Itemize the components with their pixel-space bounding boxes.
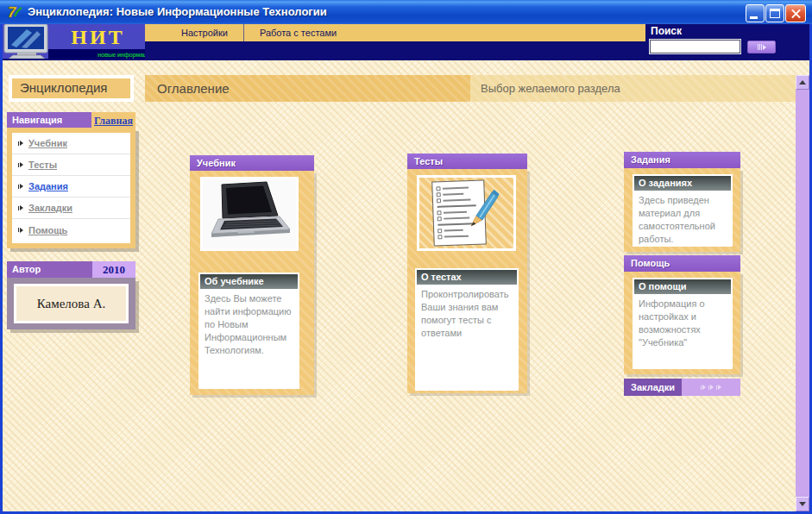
menu-bar: Настройки Работа с тестами bbox=[145, 24, 645, 41]
bookmarks-bar[interactable]: Закладки bbox=[624, 379, 740, 396]
bullet-forward-icon bbox=[18, 228, 23, 233]
bullet-forward-icon bbox=[18, 205, 23, 210]
menu-item-tests[interactable]: Работа с тестами bbox=[243, 24, 352, 41]
maximize-button[interactable] bbox=[765, 4, 784, 22]
scroll-up-button[interactable] bbox=[796, 75, 809, 90]
info-title: Об учебнике bbox=[200, 274, 298, 289]
title-bar[interactable]: 7 Энциклопедия: Новые Информационные Тех… bbox=[0, 0, 812, 24]
bullet-forward-icon bbox=[18, 162, 23, 167]
page-title: Оглавление bbox=[145, 75, 470, 102]
bullet-forward-icon bbox=[18, 141, 23, 146]
card-pomosch-header[interactable]: Помощь bbox=[624, 255, 740, 272]
logo-subtitle-strip: новые информационные технологии bbox=[48, 49, 145, 59]
checklist-image bbox=[417, 175, 516, 251]
card-testy: О тестах Проконтролировать Ваши знания в… bbox=[407, 169, 527, 393]
monitor-icon bbox=[3, 24, 51, 59]
info-title: О тестах bbox=[417, 270, 517, 285]
search-input[interactable] bbox=[650, 40, 740, 53]
app-logo: новые информационные технологии НИТ bbox=[3, 24, 145, 59]
author-label: Автор bbox=[7, 261, 92, 278]
card-pomosch: О помощи Информация о настройках и возмо… bbox=[624, 272, 740, 374]
card-uchebnik: Об учебнике Здесь Вы можете найти информ… bbox=[190, 171, 314, 395]
nav-menu: Учебник Тесты Задания Закладки Помощь bbox=[12, 133, 130, 243]
logo-title: НИТ bbox=[51, 26, 145, 49]
vertical-scrollbar[interactable] bbox=[796, 75, 809, 511]
sidebar-item-pomosch[interactable]: Помощь bbox=[12, 219, 130, 241]
card-pomosch-info: О помощи Информация о настройках и возмо… bbox=[633, 278, 733, 369]
bullet-forward-icon bbox=[18, 184, 23, 189]
card-uchebnik-info: Об учебнике Здесь Вы можете найти информ… bbox=[198, 273, 299, 389]
maximize-icon bbox=[770, 9, 780, 18]
sidebar-item-uchebnik[interactable]: Учебник bbox=[12, 133, 130, 154]
info-text: Здесь Вы можете найти информацию по Новы… bbox=[200, 289, 298, 360]
info-text: Здесь приведен материал для самостоятель… bbox=[634, 191, 731, 249]
nav-header-label: Навигация bbox=[7, 112, 91, 128]
sidebar-item-zakladki[interactable]: Закладки bbox=[12, 197, 130, 219]
author-header: Автор 2010 bbox=[7, 261, 135, 278]
home-link[interactable]: Главная bbox=[94, 115, 133, 127]
menu-item-settings[interactable]: Настройки bbox=[166, 24, 243, 41]
author-box: Камелова А. bbox=[7, 278, 135, 329]
info-title: О заданиях bbox=[634, 176, 731, 191]
sidebar-item-testy[interactable]: Тесты bbox=[12, 154, 130, 176]
svg-text:7: 7 bbox=[8, 4, 17, 21]
bookmarks-more-button[interactable] bbox=[682, 379, 740, 396]
arrow-down-icon bbox=[799, 502, 806, 506]
forward-icon bbox=[701, 385, 706, 390]
close-icon bbox=[790, 8, 802, 19]
info-title: О помощи bbox=[634, 279, 731, 294]
card-testy-header[interactable]: Тесты bbox=[407, 154, 527, 169]
window-border bbox=[0, 24, 3, 514]
forward-icon bbox=[716, 385, 721, 390]
bookmarks-label: Закладки bbox=[624, 379, 682, 396]
menu-underband bbox=[145, 41, 645, 59]
search-panel: Поиск bbox=[645, 24, 809, 59]
arrow-up-icon bbox=[799, 80, 806, 85]
minimize-icon bbox=[750, 16, 758, 19]
sidebar-title-box: Энциклопедия bbox=[9, 75, 134, 102]
laptop-image bbox=[200, 177, 299, 251]
close-button[interactable] bbox=[785, 4, 806, 22]
app-icon: 7 bbox=[6, 3, 23, 21]
minimize-button[interactable] bbox=[746, 4, 765, 22]
card-uchebnik-header[interactable]: Учебник bbox=[190, 155, 314, 171]
checklist-pen-icon bbox=[419, 178, 513, 248]
author-name: Камелова А. bbox=[14, 284, 129, 323]
card-zadaniya-info: О заданиях Здесь приведен материал для с… bbox=[633, 174, 733, 247]
search-go-icon bbox=[758, 44, 766, 50]
forward-icon bbox=[708, 385, 714, 390]
nav-menu-box: Учебник Тесты Задания Закладки Помощь bbox=[7, 128, 135, 248]
page-subtitle: Выбор желаемого раздела bbox=[470, 75, 796, 102]
info-text: Информация о настройках и возможностях "… bbox=[634, 294, 731, 353]
logo-subtitle: новые информационные технологии bbox=[98, 52, 145, 58]
search-button[interactable] bbox=[747, 41, 776, 53]
scroll-down-button[interactable] bbox=[796, 497, 809, 511]
app-window: 7 Энциклопедия: Новые Информационные Тех… bbox=[0, 0, 812, 514]
laptop-icon bbox=[203, 179, 296, 248]
search-label: Поиск bbox=[651, 25, 682, 37]
sidebar-item-zadaniya[interactable]: Задания bbox=[12, 176, 130, 197]
card-zadaniya: О заданиях Здесь приведен материал для с… bbox=[624, 168, 740, 252]
card-testy-info: О тестах Проконтролировать Ваши знания в… bbox=[415, 268, 519, 391]
nav-home-cell: Главная bbox=[91, 112, 135, 128]
info-text: Проконтролировать Ваши знания вам помогу… bbox=[417, 285, 517, 343]
window-title: Энциклопедия: Новые Информационные Техно… bbox=[28, 0, 327, 24]
author-year: 2010 bbox=[92, 261, 135, 278]
card-zadaniya-header[interactable]: Задания bbox=[624, 152, 740, 168]
nav-header: Навигация Главная bbox=[7, 112, 135, 128]
